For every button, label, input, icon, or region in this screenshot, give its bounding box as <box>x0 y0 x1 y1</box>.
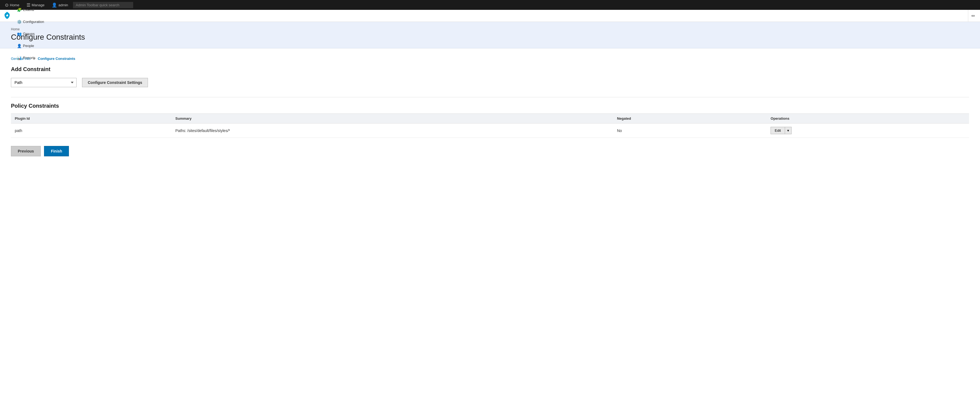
edit-button[interactable]: Edit <box>770 127 784 134</box>
nav-item-configuration[interactable]: ⚙️Configuration <box>13 16 48 28</box>
col-plugin-id: Plugin Id <box>11 114 172 124</box>
add-constraint-title: Add Constraint <box>11 66 969 72</box>
svg-point-1 <box>6 14 7 15</box>
finish-button[interactable]: Finish <box>44 146 69 156</box>
people-nav-label: People <box>23 44 34 48</box>
admin-toolbar-search[interactable] <box>73 2 133 8</box>
main-nav: 📄Content🔧Structure🎨Appearance🧩Extend⚙️Co… <box>0 10 980 22</box>
people-nav-icon: 👤 <box>17 44 22 48</box>
breadcrumb-separator: » <box>33 57 35 61</box>
page-title: Configure Constraints <box>11 33 969 41</box>
col-summary: Summary <box>172 114 613 124</box>
nav-items: 📄Content🔧Structure🎨Appearance🧩Extend⚙️Co… <box>13 0 48 64</box>
add-constraint-row: Path Configure Constraint Settings <box>11 78 969 87</box>
extend-nav-label: Extend <box>23 8 34 12</box>
policy-constraints-title: Policy Constraints <box>11 97 969 109</box>
drupal-logo[interactable] <box>2 11 12 21</box>
col-operations: Operations <box>767 114 969 124</box>
main-content: General Info » Configure Constraints Add… <box>0 48 980 416</box>
page-header: Home Configure Constraints <box>0 22 980 48</box>
configure-constraint-button[interactable]: Configure Constraint Settings <box>82 78 148 87</box>
nav-item-people[interactable]: 👤People <box>13 40 48 52</box>
cell-plugin-id: path <box>11 124 172 138</box>
col-negated: Negated <box>613 114 767 124</box>
cell-operations: Edit ▾ <box>767 124 969 138</box>
nav-expand-button[interactable]: ⇔ <box>968 10 978 22</box>
nav-item-extend[interactable]: 🧩Extend <box>13 4 48 16</box>
admin-user-label: admin <box>59 3 68 7</box>
breadcrumb-general-info[interactable]: General Info <box>11 57 30 61</box>
edit-btn-group: Edit ▾ <box>770 127 965 134</box>
bottom-buttons: Previous Finish <box>11 146 969 156</box>
extend-nav-icon: 🧩 <box>17 8 22 12</box>
table-header-row: Plugin Id Summary Negated Operations <box>11 114 969 124</box>
cell-negated: No <box>613 124 767 138</box>
admin-toolbar: ⊙ Home ☰ Manage 👤 admin <box>0 0 980 10</box>
configuration-nav-icon: ⚙️ <box>17 20 22 24</box>
page-header-breadcrumb: Home <box>11 27 969 31</box>
breadcrumb: General Info » Configure Constraints <box>11 57 969 61</box>
constraint-select[interactable]: Path <box>11 78 76 87</box>
constraint-select-wrapper: Path <box>11 78 76 87</box>
configuration-nav-label: Configuration <box>23 20 44 24</box>
nav-item-appearance[interactable]: 🎨Appearance <box>13 0 48 4</box>
edit-dropdown-button[interactable]: ▾ <box>785 127 792 134</box>
home-icon: ⊙ <box>5 2 8 8</box>
previous-button[interactable]: Previous <box>11 146 41 156</box>
cell-summary: Paths: /sites/default/files/styles/* <box>172 124 613 138</box>
table-row: path Paths: /sites/default/files/styles/… <box>11 124 969 138</box>
admin-user-item[interactable]: 👤 admin <box>49 0 70 10</box>
user-icon: 👤 <box>52 2 57 8</box>
breadcrumb-current: Configure Constraints <box>38 57 75 61</box>
policy-constraints-table: Plugin Id Summary Negated Operations pat… <box>11 113 969 138</box>
constraints-table-body: path Paths: /sites/default/files/styles/… <box>11 124 969 138</box>
